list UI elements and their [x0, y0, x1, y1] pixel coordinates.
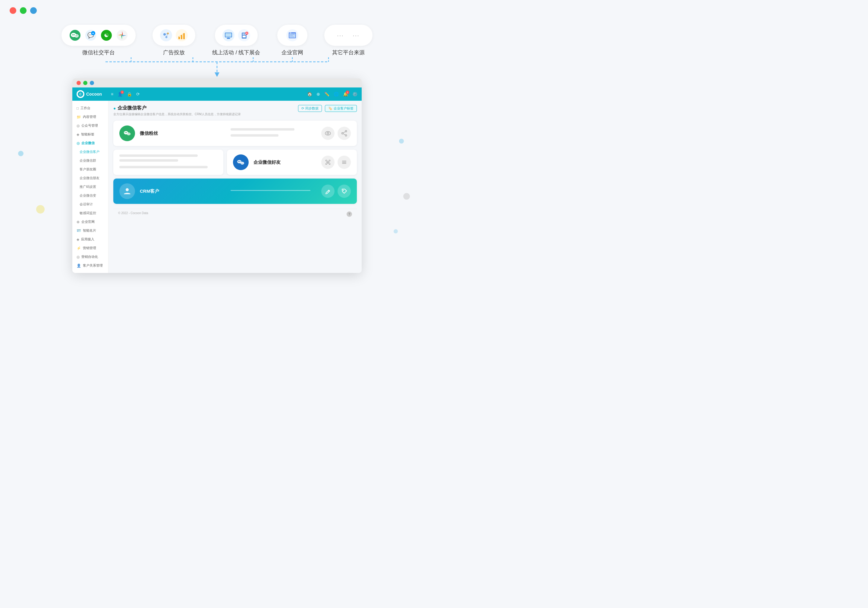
svg-point-71	[238, 161, 239, 162]
sidebar-item-enterprise-wechat[interactable]: ◎ 企业微信	[72, 139, 108, 148]
inner-close-button[interactable]	[76, 81, 81, 85]
home-icon[interactable]: 🏠	[307, 92, 312, 96]
sidebar-item-enterprise-groups[interactable]: 企业微信群	[72, 156, 108, 165]
sidebar-item-sensitive-monitor[interactable]: 敏感词监控	[72, 209, 108, 218]
app-window: C Cocoon ≡ 👤 1 🔒 ⟳ 🏠 ⊕	[72, 78, 362, 273]
svg-text:✦: ✦	[92, 32, 95, 35]
crm-tag-button[interactable]	[338, 185, 351, 198]
refresh-icon[interactable]: ⟳	[136, 92, 140, 96]
svg-rect-45	[290, 35, 293, 36]
close-button[interactable]	[10, 7, 16, 14]
share-button[interactable]	[338, 127, 351, 140]
website-icons-box	[277, 25, 307, 46]
svg-point-5	[76, 36, 76, 36]
sidebar-item-workbench[interactable]: □ 工作台	[72, 104, 108, 112]
user-icon[interactable]: 👤 1	[118, 92, 122, 96]
sidebar-item-customer-friends[interactable]: 客户朋友圈	[72, 165, 108, 174]
sidebar-item-enterprise-customers[interactable]: 企业微信客户	[72, 148, 108, 156]
sidebar-item-smart-tags[interactable]: ◈ 智能标签	[72, 130, 108, 139]
sidebar-item-content[interactable]: 📁 内容管理	[72, 112, 108, 121]
edit-icon[interactable]: ✏️	[324, 92, 329, 96]
dots-icon1: ···	[334, 29, 347, 42]
sidebar-item-customer-mgmt[interactable]: 👤 客户关系管理	[72, 261, 108, 270]
help-icon[interactable]: ?	[347, 211, 352, 217]
platform-group-ads: 广告投放	[152, 25, 195, 56]
monitor-icon	[222, 29, 235, 42]
bell-icon[interactable]: 🔔 1	[343, 92, 348, 96]
app-topbar: C Cocoon ≡ 👤 1 🔒 ⟳ 🏠 ⊕	[72, 87, 362, 101]
sidebar-item-smart-card[interactable]: 🪪 智能名片	[72, 226, 108, 235]
placeholder-line	[119, 154, 198, 157]
sidebar-item-official-account[interactable]: ◎ 公众号管理	[72, 121, 108, 130]
sidebar-item-marketing[interactable]: ⚡ 营销管理	[72, 244, 108, 252]
sidebar-item-promo-code[interactable]: 推广码设置	[72, 182, 108, 191]
others-icons-box: ··· ···	[324, 25, 372, 46]
copyright-text: © 2022 - Cocoon Data	[118, 211, 148, 217]
svg-point-37	[246, 33, 248, 34]
page-title: ● 企业微信客户	[113, 105, 241, 111]
events-icons-box	[215, 25, 258, 46]
enterprise-wechat-icon: 💬 ✦	[84, 29, 97, 42]
svg-point-14	[121, 35, 123, 36]
svg-rect-30	[227, 38, 230, 39]
enterprise-friend-actions	[321, 155, 351, 169]
customer-mgmt-icon: 👤	[76, 264, 81, 268]
webpage-icon	[286, 29, 299, 42]
svg-point-81	[126, 188, 129, 191]
svg-rect-46	[290, 36, 294, 37]
list-button[interactable]	[338, 155, 351, 169]
notification-badge: 1	[346, 90, 349, 94]
svg-text:C: C	[79, 93, 81, 96]
cards-container: 微信粉丝	[113, 121, 357, 204]
page-indicator: ●	[113, 106, 116, 111]
svg-rect-33	[243, 33, 244, 35]
pinwheel-icon	[116, 29, 129, 42]
svg-point-59	[126, 132, 127, 133]
sync-data-button[interactable]: ⟳ 同步数据	[298, 105, 322, 112]
smart-card-icon: 🪪	[76, 229, 81, 233]
view-button[interactable]	[321, 127, 335, 140]
deco-circle-4	[403, 193, 410, 200]
connector-row	[0, 57, 434, 78]
official-account-icon: ◎	[76, 124, 79, 128]
placeholder-line	[119, 159, 178, 162]
wechat-fans-card: 微信粉丝	[113, 121, 357, 146]
lock-icon[interactable]: 🔒	[127, 92, 132, 96]
menu-icon[interactable]: ≡	[111, 92, 113, 96]
sync-icon: ⟳	[301, 106, 304, 110]
sidebar-item-enterprise-site[interactable]: ⊕ 企业官网	[72, 218, 108, 226]
settings-icon[interactable]: ⚙️	[352, 92, 358, 96]
crm-title: CRM客户	[140, 188, 220, 194]
platform-group-website: 企业官网	[277, 25, 307, 56]
sidebar-item-enterprise-friends[interactable]: 企业微信朋友	[72, 174, 108, 182]
crm-edit-button[interactable]	[321, 185, 335, 198]
svg-point-2	[72, 34, 74, 36]
content-area: ● 企业微信客户 全方位展示连接编辑企业微信客户信息，系统自动关联粉丝、CRM人…	[108, 101, 362, 273]
svg-line-68	[343, 132, 345, 133]
platform-group-wechat: 💬 ✦ ☯	[62, 25, 136, 56]
crm-actions	[321, 185, 351, 198]
minimize-button[interactable]	[20, 7, 26, 14]
enterprise-friend-title: 企业微信好友	[253, 160, 316, 165]
sidebar-item-enterprise-wechat2[interactable]: 企业微信变	[72, 191, 108, 200]
customer-tag-button[interactable]: 🏷️ 企业客户标签	[325, 105, 357, 112]
inner-maximize-button[interactable]	[90, 81, 94, 85]
wechat-platform-label: 微信社交平台	[82, 49, 115, 56]
globe-icon[interactable]: 🌐	[334, 92, 339, 96]
crm-avatar	[119, 183, 135, 199]
platform-group-others: ··· ··· 其它平台来源	[324, 25, 372, 56]
inner-minimize-button[interactable]	[83, 81, 87, 85]
svg-point-74	[242, 163, 242, 163]
enterprise-friend-avatar	[233, 154, 249, 170]
app-logo: C Cocoon	[76, 90, 102, 98]
svg-point-43	[290, 33, 291, 33]
scan-button[interactable]	[321, 155, 335, 169]
ad2-icon	[175, 29, 188, 42]
add-icon[interactable]: ⊕	[316, 92, 320, 96]
window-controls	[0, 0, 434, 19]
sidebar-item-chat-audit[interactable]: 会话审计	[72, 200, 108, 209]
ads-platform-label: 广告投放	[163, 49, 185, 56]
sidebar-item-marketing-auto[interactable]: ◎ 营销自动化	[72, 252, 108, 261]
maximize-button[interactable]	[30, 7, 37, 14]
sidebar-item-app-access[interactable]: ◈ 应用接入	[72, 235, 108, 244]
